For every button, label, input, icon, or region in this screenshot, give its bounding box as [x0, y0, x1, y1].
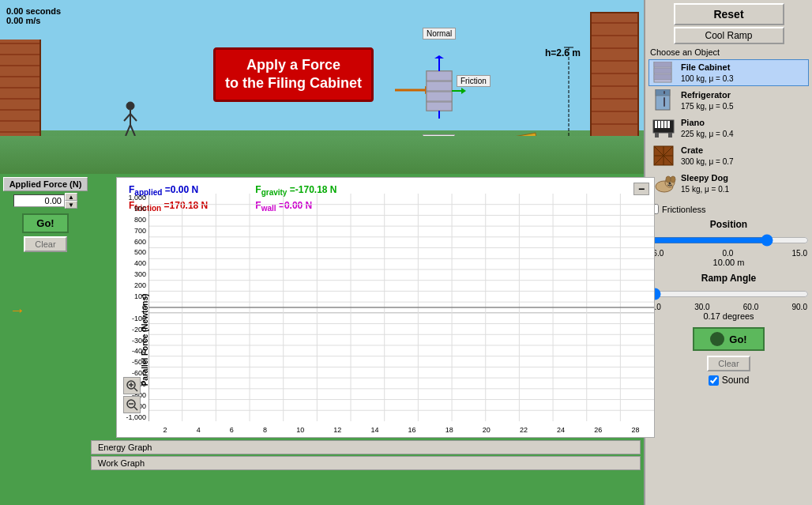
frictionless-label: Frictionless: [662, 205, 706, 214]
graph-grid-area: [148, 194, 654, 421]
svg-line-62: [134, 388, 137, 391]
graph-panel: Parallel Force (Newtons) Fapplied =0.00 …: [91, 174, 644, 505]
right-panel: Reset Cool Ramp Choose an Object File Ca…: [644, 0, 812, 505]
object-item-piano[interactable]: Piano 225 kg, μ = 0.4: [648, 115, 809, 141]
position-slider[interactable]: [648, 234, 809, 247]
file-cabinet-icon: [652, 62, 676, 84]
position-value: 10.00 m: [648, 258, 809, 267]
friction-label: Friction: [457, 75, 491, 87]
ramp-angle-slider-container: 0.0 30.0 60.0 90.0 0.17 degrees: [648, 286, 809, 321]
zoom-buttons: [123, 377, 141, 413]
svg-point-92: [671, 176, 675, 183]
svg-rect-83: [667, 121, 670, 128]
y-axis-label: Parallel Force (Newtons): [141, 293, 149, 386]
svg-point-93: [669, 183, 671, 185]
object-item-sleepy-dog[interactable]: Sleepy Dog 15 kg, μ = 0.1: [648, 170, 809, 197]
svg-rect-15: [427, 71, 452, 81]
svg-rect-82: [664, 121, 667, 128]
ground: [0, 136, 644, 174]
refrigerator-icon: [652, 89, 676, 111]
svg-rect-79: [655, 121, 657, 128]
left-panel: 0.00 seconds 0.00 m/s Apply a Force: [0, 0, 644, 505]
ramp-angle-slider[interactable]: [648, 288, 809, 300]
crate-info: Crate 300 kg, μ = 0.7: [681, 145, 734, 166]
svg-rect-80: [658, 121, 660, 128]
svg-line-66: [134, 407, 137, 410]
apply-force-label: Apply a Force to the Filing Cabinet: [213, 47, 374, 102]
time-display: 0.00 seconds 0.00 m/s: [6, 6, 61, 25]
file-cabinet-info: File Cabinet 100 kg, μ = 0.3: [681, 62, 734, 83]
graph-bottom-buttons: Energy Graph Work Graph: [91, 439, 641, 470]
cool-ramp-button[interactable]: Cool Ramp: [674, 27, 784, 44]
time-value: 0.00 seconds: [6, 6, 61, 16]
svg-rect-78: [668, 133, 672, 138]
object-item-crate[interactable]: Crate 300 kg, μ = 0.7: [648, 142, 809, 169]
reset-button[interactable]: Reset: [674, 3, 784, 25]
ramp-angle-value: 0.17 degrees: [648, 311, 809, 321]
svg-rect-77: [655, 133, 659, 138]
force-spinners: ▲ ▼: [65, 193, 77, 209]
svg-rect-74: [664, 91, 665, 94]
svg-point-91: [666, 176, 671, 183]
refrigerator-info: Refrigerator 175 kg, μ = 0.5: [681, 89, 734, 111]
svg-line-2: [124, 114, 130, 121]
svg-line-5: [130, 125, 135, 136]
crate-icon: [652, 145, 676, 167]
simulation-area: 0.00 seconds 0.00 m/s Apply a Force: [0, 0, 644, 174]
sound-label: Sound: [722, 375, 750, 386]
normal-label: Normal: [423, 28, 456, 40]
go-button-left[interactable]: Go!: [22, 213, 68, 233]
object-item-file-cabinet[interactable]: File Cabinet 100 kg, μ = 0.3: [648, 59, 809, 86]
svg-rect-69: [654, 62, 671, 67]
position-slider-labels: -6.0 0.0 15.0: [648, 249, 809, 258]
sleepy-dog-icon: [652, 172, 676, 194]
svg-point-0: [126, 102, 134, 110]
svg-rect-70: [654, 68, 671, 73]
object-list: File Cabinet 100 kg, μ = 0.3 Refrigerato…: [648, 59, 809, 197]
speed-value: 0.00 m/s: [6, 16, 61, 25]
clear-button-right[interactable]: Clear: [707, 356, 750, 371]
object-item-refrigerator[interactable]: Refrigerator 175 kg, μ = 0.5: [648, 87, 809, 114]
zoom-in-btn[interactable]: [123, 377, 141, 394]
left-wall: [0, 40, 41, 142]
filing-cabinet: [419, 55, 466, 121]
svg-line-4: [126, 125, 130, 136]
right-wall: [590, 12, 639, 150]
svg-rect-17: [427, 92, 452, 101]
go-icon-right: [710, 332, 724, 346]
svg-rect-81: [661, 121, 664, 128]
work-graph-btn[interactable]: Work Graph: [91, 456, 641, 470]
piano-icon: [652, 117, 676, 139]
force-input-panel: Applied Force (N) ▲ ▼ Go! Clear →: [0, 174, 91, 505]
energy-graph-btn[interactable]: Energy Graph: [91, 440, 641, 454]
svg-rect-75: [664, 97, 665, 107]
force-value-input[interactable]: [13, 194, 65, 207]
piano-info: Piano 225 kg, μ = 0.4: [681, 117, 734, 138]
graph-container: Fapplied =0.00 N Ffriction =170.18 N Fgr…: [116, 177, 655, 438]
svg-line-3: [130, 114, 137, 121]
position-label: Position: [648, 219, 809, 230]
bottom-area: Applied Force (N) ▲ ▼ Go! Clear → Parall…: [0, 174, 644, 505]
sound-checkbox[interactable]: [709, 375, 719, 386]
ramp-angle-labels: 0.0 30.0 60.0 90.0: [648, 303, 809, 311]
choose-object-label: Choose an Object: [648, 47, 809, 57]
position-slider-container: -6.0 0.0 15.0 10.00 m: [648, 232, 809, 267]
sleepy-dog-info: Sleepy Dog 15 kg, μ = 0.1: [681, 172, 729, 194]
force-down-btn[interactable]: ▼: [65, 201, 77, 209]
svg-rect-16: [427, 81, 452, 91]
go-button-right[interactable]: Go!: [693, 327, 764, 351]
zoom-out-btn[interactable]: [123, 396, 141, 413]
force-up-btn[interactable]: ▲: [65, 193, 77, 201]
x-axis-values: 246810121416182022242628: [148, 426, 654, 434]
svg-marker-22: [461, 88, 466, 94]
svg-rect-73: [656, 89, 670, 96]
height-label: h=2.6 m: [545, 47, 581, 58]
frictionless-row: Frictionless: [648, 204, 809, 214]
main-container: 0.00 seconds 0.00 m/s Apply a Force: [0, 0, 812, 505]
svg-marker-20: [434, 55, 444, 58]
force-value-row: ▲ ▼: [13, 193, 77, 209]
ramp-angle-label: Ramp Angle: [648, 273, 809, 284]
clear-button-left[interactable]: Clear: [24, 236, 66, 252]
force-input-label: Applied Force (N): [3, 177, 88, 191]
svg-rect-71: [654, 74, 671, 80]
